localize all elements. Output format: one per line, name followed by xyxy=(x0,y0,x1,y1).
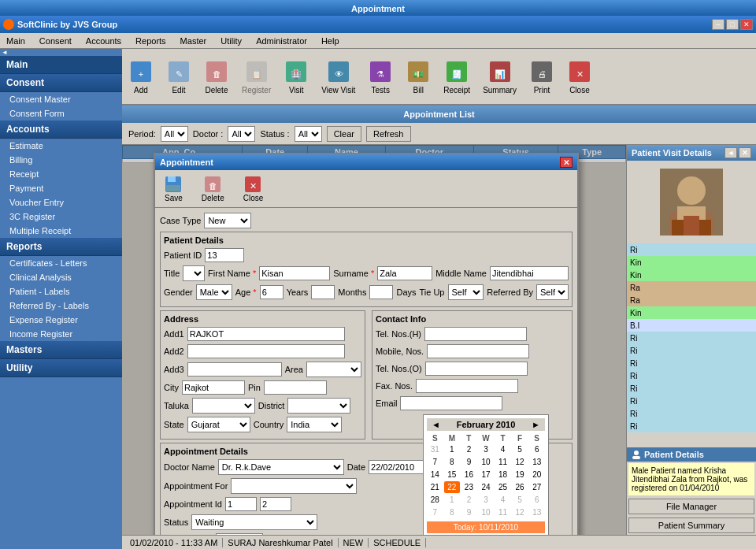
sidebar-item-voucher-entry[interactable]: Voucher Entry xyxy=(0,195,122,210)
sidebar-nav-up[interactable]: ◄ xyxy=(0,49,9,56)
toolbar-print-button[interactable]: 🖨 Print xyxy=(526,57,558,96)
sidebar-item-receipt[interactable]: Receipt xyxy=(0,167,122,181)
sidebar-header-accounts[interactable]: Accounts xyxy=(0,121,122,139)
toolbar-view-visit-button[interactable]: 👁 View Visit xyxy=(318,57,358,96)
fax-input[interactable] xyxy=(416,379,518,393)
cal-day[interactable]: 21 xyxy=(427,481,443,493)
age-months-input[interactable] xyxy=(311,285,335,299)
age-years-input[interactable] xyxy=(260,285,284,299)
cal-day[interactable]: 2 xyxy=(461,494,477,506)
close-button[interactable]: ✕ xyxy=(740,19,753,30)
cal-day[interactable]: 3 xyxy=(478,443,495,455)
menu-master[interactable]: Master xyxy=(177,35,210,46)
cal-day[interactable]: 11 xyxy=(495,506,511,518)
menu-utility[interactable]: Utility xyxy=(217,35,245,46)
menu-accounts[interactable]: Accounts xyxy=(83,35,124,46)
sidebar-header-masters[interactable]: Masters xyxy=(0,341,122,359)
sidebar-item-patient-labels[interactable]: Patient - Labels xyxy=(0,284,122,299)
tie-up-select[interactable]: Self xyxy=(448,284,484,300)
sidebar-header-utility[interactable]: Utility xyxy=(0,359,122,377)
mobile-input[interactable] xyxy=(427,344,529,358)
menu-reports[interactable]: Reports xyxy=(132,35,169,46)
area-select[interactable] xyxy=(306,362,361,377)
sidebar-item-billing[interactable]: Billing xyxy=(0,153,122,167)
cal-day[interactable]: 4 xyxy=(495,443,511,455)
age-days-input[interactable] xyxy=(369,285,393,299)
cal-day[interactable]: 6 xyxy=(528,494,545,506)
cal-day[interactable]: 17 xyxy=(478,469,495,480)
cal-day[interactable]: 9 xyxy=(461,456,477,468)
cal-day[interactable]: 28 xyxy=(427,494,443,506)
cal-day[interactable]: 16 xyxy=(461,469,477,480)
patient-list-item[interactable]: Kin xyxy=(627,269,756,281)
patient-list-item[interactable]: Ri xyxy=(627,243,756,256)
sidebar-item-consent-form[interactable]: Consent Form xyxy=(0,106,122,121)
status-select[interactable]: All xyxy=(295,126,322,142)
sidebar-item-income-register[interactable]: Income Register xyxy=(0,327,122,341)
calendar-next-button[interactable]: ► xyxy=(528,420,543,429)
sidebar-item-clinical-analysis[interactable]: Clinical Analysis xyxy=(0,270,122,284)
taluka-select[interactable] xyxy=(192,398,255,414)
cal-day[interactable]: 25 xyxy=(495,481,511,493)
patient-list-item[interactable]: Ra xyxy=(627,281,756,294)
cal-day[interactable]: 19 xyxy=(512,469,528,480)
toolbar-receipt-button[interactable]: 🧾 Receipt xyxy=(440,57,473,96)
cal-day[interactable]: 5 xyxy=(512,443,528,455)
toolbar-register-button[interactable]: 📋 Register xyxy=(239,57,274,96)
sidebar-item-certificates[interactable]: Certificates - Letters xyxy=(0,256,122,270)
cal-day[interactable]: 8 xyxy=(444,456,461,468)
cal-day[interactable]: 15 xyxy=(444,469,461,480)
patient-list-item[interactable]: Kin xyxy=(627,306,756,319)
sidebar-item-3c-register[interactable]: 3C Register xyxy=(0,210,122,224)
cal-day[interactable]: 24 xyxy=(478,481,495,493)
right-panel-next[interactable]: ✕ xyxy=(739,147,751,158)
sidebar-item-consent-master[interactable]: Consent Master xyxy=(0,92,122,106)
patient-list-item[interactable]: Ri xyxy=(627,332,756,344)
clear-button[interactable]: Clear xyxy=(327,126,361,142)
case-type-select[interactable]: New xyxy=(204,213,251,228)
file-manager-button[interactable]: File Manager xyxy=(628,499,754,514)
patient-summary-button[interactable]: Patient Summary xyxy=(628,517,754,533)
toolbar-close-button[interactable]: ✕ Close xyxy=(564,57,595,96)
email-input[interactable] xyxy=(400,396,502,410)
gender-select[interactable]: Male xyxy=(196,284,232,300)
cal-day[interactable]: 10 xyxy=(478,456,495,468)
menu-administrator[interactable]: Administrator xyxy=(253,35,310,46)
toolbar-visit-button[interactable]: 🏥 Visit xyxy=(280,57,312,96)
cal-day-today[interactable]: 22 xyxy=(444,481,461,493)
patient-list-item[interactable]: B.I xyxy=(627,319,756,332)
doctor-select[interactable]: All xyxy=(228,126,255,142)
sidebar-item-referred-by-labels[interactable]: Referred By - Labels xyxy=(0,299,122,313)
sidebar-item-payment[interactable]: Payment xyxy=(0,181,122,195)
cal-day[interactable]: 27 xyxy=(528,481,545,493)
add2-input[interactable] xyxy=(187,344,345,358)
cal-day[interactable]: 18 xyxy=(495,469,511,480)
sidebar-item-multiple-receipt[interactable]: Multiple Receipt xyxy=(0,224,122,238)
cal-day[interactable]: 31 xyxy=(427,443,443,455)
patient-list-item[interactable]: Ri xyxy=(627,344,756,357)
cal-day[interactable]: 14 xyxy=(427,469,443,480)
patient-list-item[interactable]: Ri xyxy=(627,369,756,382)
add3-input[interactable] xyxy=(187,362,282,377)
district-select[interactable] xyxy=(287,398,350,414)
refresh-button[interactable]: Refresh xyxy=(366,126,411,142)
menu-main[interactable]: Main xyxy=(3,35,28,46)
dialog-save-button[interactable]: Save xyxy=(158,173,189,204)
cal-day[interactable]: 12 xyxy=(512,456,528,468)
dialog-close-button[interactable]: ✕ xyxy=(560,157,573,168)
cal-day[interactable]: 20 xyxy=(528,469,545,480)
dialog-delete-button[interactable]: 🗑 Delete xyxy=(195,173,231,204)
cal-day[interactable]: 3 xyxy=(478,494,495,506)
toolbar-summary-button[interactable]: 📊 Summary xyxy=(480,57,520,96)
patient-list-item[interactable]: Ri xyxy=(627,357,756,369)
cal-day[interactable]: 10 xyxy=(478,506,495,518)
sidebar-item-estimate[interactable]: Estimate xyxy=(0,139,122,153)
country-select[interactable]: India xyxy=(287,417,342,432)
cal-day[interactable]: 1 xyxy=(444,443,461,455)
today-button[interactable]: Today: 10/11/2010 xyxy=(427,521,545,533)
tel-h-input[interactable] xyxy=(424,327,527,341)
cal-day[interactable]: 8 xyxy=(444,506,461,518)
referred-by-select[interactable]: Self xyxy=(536,284,569,300)
toolbar-delete-button[interactable]: 🗑 Delete xyxy=(201,57,232,96)
appointment-id2-input[interactable] xyxy=(260,497,291,511)
